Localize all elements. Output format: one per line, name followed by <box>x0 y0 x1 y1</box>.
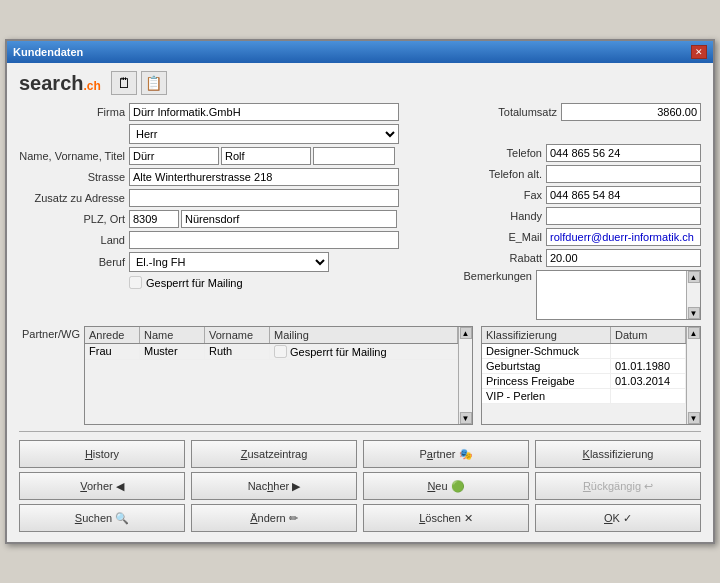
loeschen-label: Löschen ✕ <box>419 512 473 525</box>
mailing-checkbox[interactable] <box>129 276 142 289</box>
partner-scroll-down[interactable]: ▼ <box>460 412 472 424</box>
klassif-row-4[interactable]: VIP - Perlen <box>482 389 686 404</box>
ort-input[interactable] <box>181 210 397 228</box>
zusatz-label: Zusatz zu Adresse <box>19 192 129 204</box>
tables-section: Partner/WG Anrede Name Vorname Mailing <box>19 326 701 425</box>
neu-label: Neu 🟢 <box>427 480 464 493</box>
ok-button[interactable]: OK ✓ <box>535 504 701 532</box>
firma-label: Firma <box>19 106 129 118</box>
neu-button[interactable]: Neu 🟢 <box>363 472 529 500</box>
partner-section: Partner/WG Anrede Name Vorname Mailing <box>19 326 473 425</box>
handy-input[interactable] <box>546 207 701 225</box>
rabatt-label: Rabatt <box>471 252 546 264</box>
zusatz-input[interactable] <box>129 189 399 207</box>
firma-input[interactable] <box>129 103 399 121</box>
klassif-table-wrapper: Klassifizierung Datum Designer-Schmuck G… <box>481 326 701 425</box>
klassif-row-2[interactable]: Geburtstag 01.01.1980 <box>482 359 686 374</box>
vorname-input[interactable] <box>221 147 311 165</box>
logo-area: search.ch 🗒 📋 <box>19 71 701 95</box>
klassif-row-1[interactable]: Designer-Schmuck <box>482 344 686 359</box>
partner-label: Partner/WG <box>19 326 84 340</box>
klassif-cell-name-2: Geburtstag <box>482 359 611 373</box>
klassif-scroll-up[interactable]: ▲ <box>688 327 700 339</box>
klassif-scrollbar: ▲ ▼ <box>686 327 700 424</box>
suchen-button[interactable]: Suchen 🔍 <box>19 504 185 532</box>
zusatzeintrag-button[interactable]: Zusatzeintrag <box>191 440 357 468</box>
klassifizierung-label: Klassifizierung <box>583 448 654 460</box>
scroll-track <box>687 283 700 307</box>
totalumsatz-label: Totalumsatz <box>471 106 561 118</box>
partner-table-wrapper: Anrede Name Vorname Mailing Frau Muster … <box>84 326 473 425</box>
form-section: Firma Herr Frau Firma Name, Vorname, Tit… <box>19 103 701 320</box>
klassif-col-klassif: Klassifizierung <box>482 327 611 343</box>
email-label: E_Mail <box>471 231 546 243</box>
vorher-button[interactable]: Vorher ◀ <box>19 472 185 500</box>
land-input[interactable] <box>129 231 399 249</box>
close-button[interactable]: ✕ <box>691 45 707 59</box>
logo-text: search <box>19 72 84 95</box>
telefon-row: Telefon <box>461 144 701 162</box>
telefon-alt-input[interactable] <box>546 165 701 183</box>
rueckgaengig-label: Rückgängig ↩ <box>583 480 653 493</box>
scroll-up-arrow[interactable]: ▲ <box>688 271 700 283</box>
zusatz-row: Zusatz zu Adresse <box>19 189 453 207</box>
copy-icon-button[interactable]: 🗒 <box>111 71 137 95</box>
klassif-scroll-track <box>687 339 700 412</box>
beruf-select[interactable]: El.-Ing FH Informatiker Kaufmann <box>129 252 329 272</box>
partner-scrollbar: ▲ ▼ <box>458 327 472 424</box>
strasse-input[interactable] <box>129 168 399 186</box>
partner-mailing-label: Gesperrt für Mailing <box>290 346 387 358</box>
suchen-label: Suchen 🔍 <box>75 512 129 525</box>
aendern-button[interactable]: Ändern ✏ <box>191 504 357 532</box>
anrede-select[interactable]: Herr Frau Firma <box>129 124 399 144</box>
totalumsatz-row: Totalumsatz <box>461 103 701 121</box>
ok-label: OK ✓ <box>604 512 632 525</box>
title-bar: Kundendaten ✕ <box>7 41 713 63</box>
name-label: Name, Vorname, Titel <box>19 150 129 162</box>
button-section: History Zusatzeintrag Partner 🎭 Klassifi… <box>19 440 701 532</box>
logo: search.ch <box>19 72 101 95</box>
klassifizierung-button[interactable]: Klassifizierung <box>535 440 701 468</box>
bemerkungen-textarea[interactable] <box>537 271 686 319</box>
bemerkungen-scrollbar: ▲ ▼ <box>686 271 700 319</box>
name-row: Name, Vorname, Titel <box>19 147 453 165</box>
bemerkungen-label: Bemerkungen <box>461 270 536 282</box>
plz-input[interactable] <box>129 210 179 228</box>
klassif-cell-datum-2: 01.01.1980 <box>611 359 686 373</box>
loeschen-button[interactable]: Löschen ✕ <box>363 504 529 532</box>
separator-1 <box>19 431 701 432</box>
land-label: Land <box>19 234 129 246</box>
klassif-cell-datum-4 <box>611 389 686 403</box>
email-input[interactable] <box>546 228 701 246</box>
button-row-1: History Zusatzeintrag Partner 🎭 Klassifi… <box>19 440 701 468</box>
aendern-label: Ändern ✏ <box>250 512 298 525</box>
partner-label-btn: Partner 🎭 <box>419 448 472 461</box>
partner-scroll-up[interactable]: ▲ <box>460 327 472 339</box>
telefon-input[interactable] <box>546 144 701 162</box>
rabatt-input[interactable] <box>546 249 701 267</box>
partner-cell-name: Muster <box>140 344 205 359</box>
paste-icon-button[interactable]: 📋 <box>141 71 167 95</box>
klassif-table-inner: Klassifizierung Datum Designer-Schmuck G… <box>482 327 686 424</box>
fax-input[interactable] <box>546 186 701 204</box>
partner-cell-mailing: Gesperrt für Mailing <box>270 344 458 359</box>
telefon-label: Telefon <box>471 147 546 159</box>
titel-input[interactable] <box>313 147 395 165</box>
klassif-scroll-down[interactable]: ▼ <box>688 412 700 424</box>
totalumsatz-input[interactable] <box>561 103 701 121</box>
telefon-alt-label: Telefon alt. <box>471 168 546 180</box>
rueckgaengig-button[interactable]: Rückgängig ↩ <box>535 472 701 500</box>
partner-col-mailing: Mailing <box>270 327 458 343</box>
name-input[interactable] <box>129 147 219 165</box>
scroll-down-arrow[interactable]: ▼ <box>688 307 700 319</box>
klassif-row-3[interactable]: Princess Freigabe 01.03.2014 <box>482 374 686 389</box>
content-area: search.ch 🗒 📋 Firma <box>7 63 713 542</box>
nachher-button[interactable]: Nachher ▶ <box>191 472 357 500</box>
partner-table-row[interactable]: Frau Muster Ruth Gesperrt für Mailing <box>85 344 458 360</box>
klassif-col-datum: Datum <box>611 327 686 343</box>
logo-icons: 🗒 📋 <box>111 71 167 95</box>
partner-button[interactable]: Partner 🎭 <box>363 440 529 468</box>
history-button[interactable]: History <box>19 440 185 468</box>
partner-mailing-checkbox[interactable] <box>274 345 287 358</box>
klassif-cell-name-3: Princess Freigabe <box>482 374 611 388</box>
